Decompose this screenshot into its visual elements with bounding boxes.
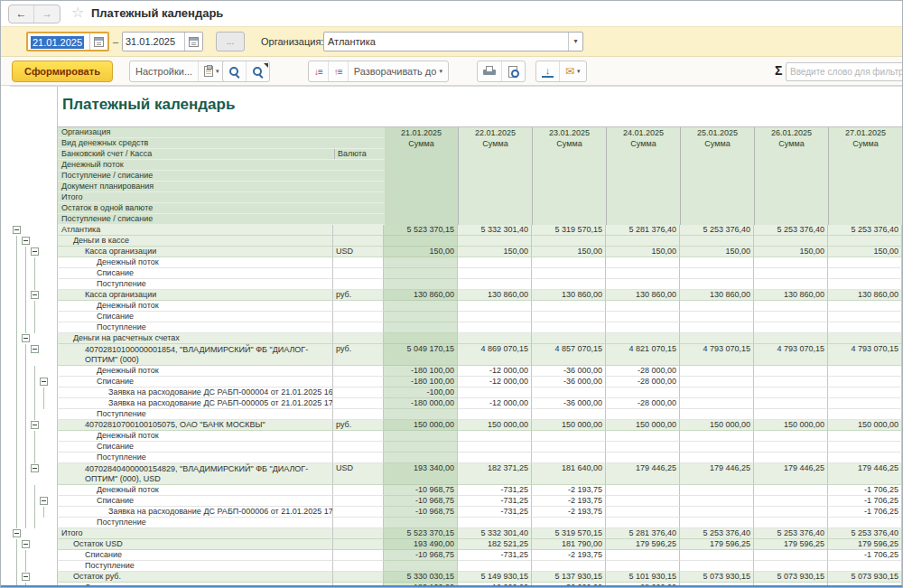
cell-value[interactable]: 150 000,00 — [680, 420, 754, 431]
cell-value[interactable] — [384, 312, 458, 322]
cell-value[interactable] — [606, 301, 680, 312]
header-cell[interactable]: Остаток в одной валюте — [58, 203, 385, 213]
date-column-header[interactable]: 27.01.2025Сумма — [829, 127, 903, 225]
cell-value[interactable]: -10 968,75 — [384, 496, 458, 507]
row-label[interactable]: Списание — [57, 377, 333, 387]
cell-value[interactable] — [606, 550, 680, 561]
cell-value[interactable]: 181 790,00 — [532, 539, 606, 550]
row-currency[interactable]: руб. — [333, 420, 384, 431]
cell-value[interactable]: 4 793 070,15 — [680, 344, 754, 366]
cell-value[interactable]: 5 049 170,15 — [384, 344, 458, 366]
cell-value[interactable] — [828, 442, 902, 453]
cell-value[interactable] — [754, 322, 828, 333]
cell-value[interactable]: 130 860,00 — [606, 290, 680, 301]
header-cell[interactable]: Банковский счет / Касса — [58, 149, 334, 159]
row-label[interactable]: 40702810100000001854, "ВЛАДИМИРСКИЙ" ФБ … — [57, 344, 333, 366]
chevron-down-icon[interactable]: ▾ — [568, 33, 582, 51]
cell-value[interactable] — [606, 279, 680, 290]
cell-value[interactable] — [680, 518, 754, 528]
cell-value[interactable] — [532, 453, 606, 463]
cell-value[interactable] — [680, 387, 754, 398]
cell-value[interactable] — [754, 550, 828, 561]
cell-value[interactable] — [606, 561, 680, 572]
cell-value[interactable] — [458, 236, 532, 247]
cell-value[interactable]: 150,00 — [680, 247, 754, 257]
cell-value[interactable] — [680, 561, 754, 572]
row-label[interactable]: Поступление — [57, 409, 333, 420]
header-cell[interactable]: Организация — [58, 127, 385, 137]
cell-value[interactable] — [458, 322, 532, 333]
cell-value[interactable] — [754, 431, 828, 442]
row-currency[interactable] — [333, 322, 384, 333]
cell-value[interactable]: 179 596,25 — [754, 539, 828, 550]
row-label[interactable]: Денежный поток — [57, 366, 333, 377]
cell-value[interactable] — [828, 312, 902, 322]
row-currency[interactable] — [333, 572, 384, 583]
cell-value[interactable]: 150 000,00 — [828, 420, 902, 431]
row-currency[interactable] — [333, 333, 384, 344]
row-label[interactable]: Поступление — [57, 561, 333, 572]
cell-value[interactable] — [754, 398, 828, 409]
cell-value[interactable]: 5 253 376,40 — [680, 225, 754, 236]
cell-value[interactable] — [680, 257, 754, 268]
date-column-header[interactable]: 26.01.2025Сумма — [755, 127, 829, 225]
back-button[interactable]: ← — [9, 5, 34, 23]
row-label[interactable]: Поступление — [57, 279, 333, 290]
cell-value[interactable] — [828, 518, 902, 528]
cell-value[interactable] — [384, 257, 458, 268]
cell-value[interactable] — [384, 518, 458, 528]
cell-value[interactable]: -2 193,75 — [532, 507, 606, 518]
cell-value[interactable] — [828, 431, 902, 442]
cell-value[interactable] — [606, 431, 680, 442]
cell-value[interactable]: -2 193,75 — [532, 496, 606, 507]
cell-value[interactable]: -28 000,00 — [606, 398, 680, 409]
expander-icon[interactable] — [40, 497, 48, 505]
cell-value[interactable] — [606, 236, 680, 247]
date-column-header[interactable]: 21.01.2025Сумма — [385, 127, 459, 225]
cell-value[interactable] — [828, 377, 902, 387]
cell-value[interactable]: -731,25 — [458, 485, 532, 496]
cell-value[interactable] — [532, 442, 606, 453]
expander-icon[interactable] — [22, 540, 30, 548]
expander-icon[interactable] — [13, 226, 21, 234]
cell-value[interactable] — [754, 442, 828, 453]
print-preview-button[interactable] — [501, 61, 525, 81]
cell-value[interactable]: 5 332 301,40 — [458, 225, 532, 236]
cell-value[interactable] — [754, 301, 828, 312]
row-label[interactable]: Поступление — [57, 322, 333, 333]
cell-value[interactable]: 4 821 070,15 — [606, 344, 680, 366]
expander-icon[interactable] — [40, 378, 48, 386]
row-label[interactable]: Деньги на расчетных счетах — [57, 333, 333, 344]
cell-value[interactable] — [754, 518, 828, 528]
cell-value[interactable]: 4 793 070,15 — [828, 344, 902, 366]
cell-value[interactable] — [680, 507, 754, 518]
cell-value[interactable]: 5 073 930,15 — [754, 572, 828, 583]
cell-value[interactable]: 150 000,00 — [458, 420, 532, 431]
cell-value[interactable]: 5 253 376,40 — [828, 528, 902, 539]
row-currency[interactable] — [333, 366, 384, 377]
row-label[interactable]: Списание — [57, 550, 333, 561]
cell-value[interactable]: 5 330 030,15 — [384, 572, 458, 583]
cell-value[interactable] — [828, 322, 902, 333]
row-currency[interactable] — [333, 518, 384, 528]
expander-icon[interactable] — [31, 247, 39, 256]
row-label[interactable]: Заявка на расходование ДС РАБП-000005 от… — [57, 398, 333, 409]
cell-value[interactable]: 5 281 376,40 — [606, 225, 680, 236]
row-currency[interactable] — [333, 485, 384, 496]
cell-value[interactable] — [384, 268, 458, 279]
cell-value[interactable]: -12 000,00 — [458, 398, 532, 409]
cell-value[interactable]: -731,25 — [458, 496, 532, 507]
cell-value[interactable]: 182 521,25 — [458, 539, 532, 550]
search-button[interactable] — [223, 61, 246, 81]
row-currency[interactable] — [333, 377, 384, 387]
cell-value[interactable] — [680, 496, 754, 507]
cell-value[interactable] — [754, 333, 828, 344]
cell-value[interactable]: 150 000,00 — [532, 420, 606, 431]
cell-value[interactable]: 193 490,00 — [384, 539, 458, 550]
cell-value[interactable]: 179 446,25 — [754, 463, 828, 485]
row-currency[interactable] — [333, 550, 384, 561]
cell-value[interactable] — [606, 268, 680, 279]
cell-value[interactable]: 193 340,00 — [384, 463, 458, 485]
cell-value[interactable] — [384, 279, 458, 290]
cell-value[interactable]: -1 706,25 — [828, 507, 902, 518]
